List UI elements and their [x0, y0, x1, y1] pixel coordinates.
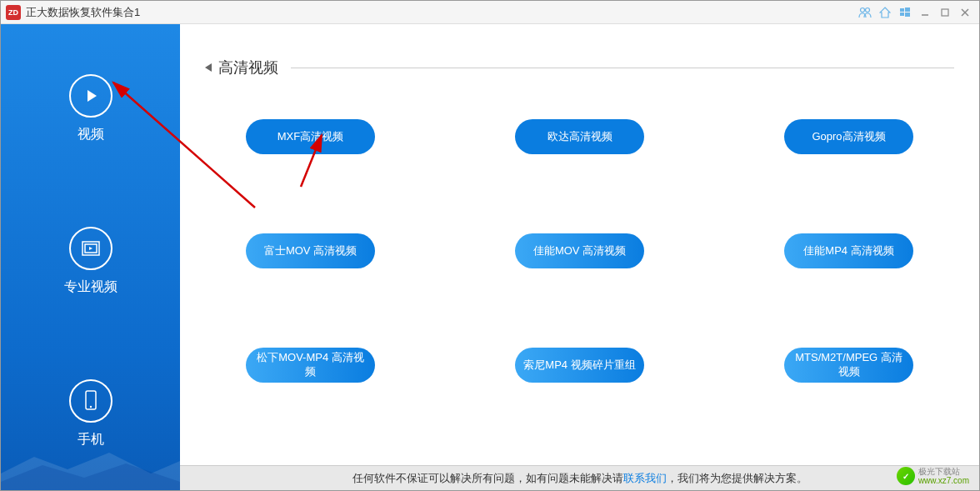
btn-gopro-hd[interactable]: Gopro高清视频: [784, 119, 913, 154]
collapse-arrow-icon[interactable]: [205, 63, 212, 72]
sidebar-label-pro-video: 专业视频: [64, 278, 118, 296]
svg-point-0: [861, 8, 865, 12]
minimize-button[interactable]: [916, 4, 934, 21]
sidebar-item-video[interactable]: 视频: [69, 74, 112, 143]
titlebar: ZD 正大数据恢复软件集合1: [1, 1, 979, 24]
btn-mxf-hd[interactable]: MXF高清视频: [246, 119, 375, 154]
button-grid: MXF高清视频 欧达高清视频 Gopro高清视频 富士MOV 高清视频 佳能MO…: [205, 119, 954, 383]
svg-rect-4: [900, 13, 904, 16]
watermark-logo-icon: ✓: [897, 467, 915, 485]
btn-panasonic[interactable]: 松下MOV-MP4 高清视频: [246, 348, 375, 383]
svg-rect-3: [905, 8, 910, 12]
svg-point-1: [866, 8, 870, 12]
app-window: ZD 正大数据恢复软件集合1: [0, 0, 980, 491]
btn-canon-mp4[interactable]: 佳能MP4 高清视频: [784, 233, 913, 268]
sidebar-item-pro-video[interactable]: 专业视频: [64, 227, 118, 296]
sidebar-label-video: 视频: [78, 126, 104, 143]
svg-rect-2: [900, 8, 904, 12]
svg-rect-7: [942, 9, 948, 16]
section-title: 高清视频: [218, 58, 278, 78]
close-button[interactable]: [956, 4, 974, 21]
btn-sony-mp4[interactable]: 索尼MP4 视频碎片重组: [515, 348, 644, 383]
footer-contact-link[interactable]: 联系我们: [623, 471, 667, 486]
svg-point-13: [89, 406, 91, 408]
sidebar: 视频 专业视频 手机: [1, 24, 180, 490]
film-icon: [69, 227, 112, 270]
footer-bar: 任何软件不保证可以解决所有问题，如有问题未能解决请 联系我们 ，我们将为您提供解…: [180, 465, 979, 490]
sidebar-item-phone[interactable]: 手机: [69, 379, 112, 448]
svg-rect-5: [905, 13, 910, 17]
btn-canon-mov[interactable]: 佳能MOV 高清视频: [515, 233, 644, 268]
windows-icon[interactable]: [896, 4, 914, 21]
app-icon: ZD: [6, 5, 21, 20]
sidebar-label-phone: 手机: [78, 431, 104, 448]
maximize-button[interactable]: [936, 4, 954, 21]
watermark-line1: 极光下载站: [918, 467, 969, 476]
sidebar-decoration: [1, 448, 180, 490]
window-title: 正大数据恢复软件集合1: [26, 5, 140, 20]
titlebar-left: ZD 正大数据恢复软件集合1: [6, 5, 140, 20]
home-icon[interactable]: [876, 4, 894, 21]
play-icon: [69, 74, 112, 118]
btn-fuji-mov[interactable]: 富士MOV 高清视频: [246, 233, 375, 268]
watermark: ✓ 极光下载站 www.xz7.com: [897, 467, 969, 485]
body-area: 视频 专业视频 手机 高清视频: [1, 24, 979, 490]
footer-text-before: 任何软件不保证可以解决所有问题，如有问题未能解决请: [352, 471, 623, 486]
main-content: 高清视频 MXF高清视频 欧达高清视频 Gopro高清视频 富士MOV 高清视频…: [180, 24, 979, 490]
footer-text-after: ，我们将为您提供解决方案。: [667, 471, 808, 486]
users-icon[interactable]: [856, 4, 874, 21]
section-divider: [291, 68, 954, 68]
watermark-line2: www.xz7.com: [918, 476, 969, 485]
phone-icon: [69, 379, 112, 423]
watermark-text: 极光下载站 www.xz7.com: [918, 467, 969, 485]
section-header: 高清视频: [205, 58, 954, 78]
titlebar-controls: [856, 4, 974, 21]
btn-mts-mpeg[interactable]: MTS/M2T/MPEG 高清视频: [784, 348, 913, 383]
btn-ouda-hd[interactable]: 欧达高清视频: [515, 119, 644, 154]
